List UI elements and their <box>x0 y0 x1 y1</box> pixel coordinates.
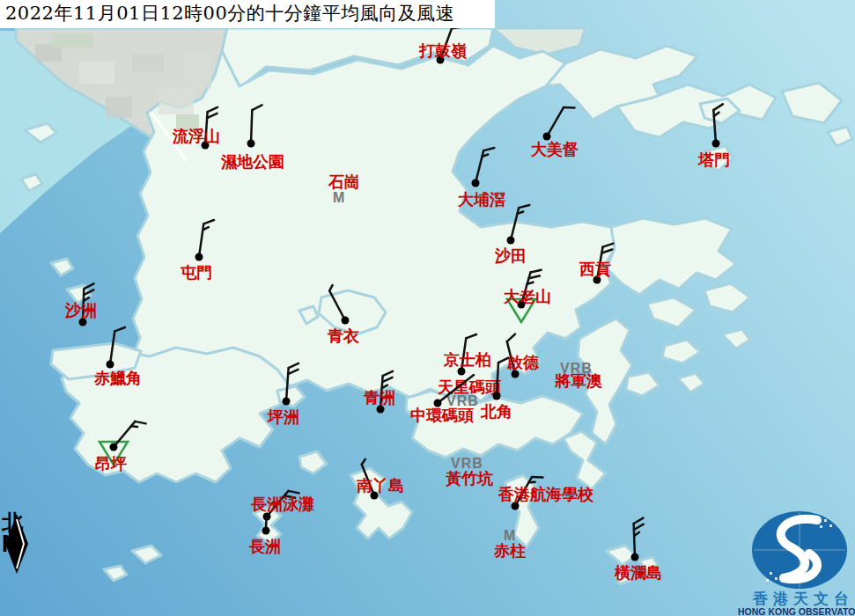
station-dot <box>631 554 639 561</box>
station-label: 香港航海學校 <box>498 485 594 503</box>
station-dot <box>472 180 480 187</box>
station-label: 長洲泳灘 <box>250 495 314 513</box>
station-label: 橫瀾島 <box>614 563 662 582</box>
station-label: 南丫島 <box>356 476 404 495</box>
station-label: 青衣 <box>327 326 359 345</box>
station-label: 赤柱 <box>493 541 527 560</box>
station-label: 濕地公園 <box>220 152 284 171</box>
station-label: 西貢 <box>579 260 611 278</box>
station-label: 黃竹坑 <box>446 469 494 488</box>
station-dot <box>493 392 501 400</box>
north-compass: 北 N <box>2 512 42 554</box>
station-label: 將軍澳 <box>554 371 602 390</box>
station-label: 塔門 <box>697 150 730 169</box>
hong-kong-map: 流浮山濕地公園打鼓嶺大美督塔門大埔滘沙田西貢大老山京士柏啟德VRB天星碼頭中環碼… <box>0 0 855 616</box>
station-dot <box>342 317 350 325</box>
station-label: 大老山 <box>503 287 551 305</box>
hko-logo-english: HONG KONG OBSERVATORY <box>738 606 855 616</box>
station-label: 北角 <box>480 402 512 421</box>
station-dot <box>195 253 203 261</box>
station-label: 大埔滘 <box>457 190 505 209</box>
map-title: 2022年11月01日12時00分的十分鐘平均風向及風速 <box>0 0 495 28</box>
station-dot <box>107 361 114 369</box>
station-dot <box>262 527 270 535</box>
station-label: 屯門 <box>181 263 212 282</box>
station-label: 昂坪 <box>95 454 127 473</box>
station-label: 石崗 <box>328 172 360 191</box>
station-label: 京士柏 <box>443 350 491 369</box>
station-label: 流浮山 <box>172 127 220 145</box>
station-label: 打鼓嶺 <box>418 41 467 60</box>
station-label: 青洲 <box>363 388 395 407</box>
hko-logo-chinese: 香港天文台 <box>752 590 854 607</box>
station-label: 沙田 <box>494 246 527 265</box>
station-label: 啟德 <box>506 353 540 371</box>
station-label: 赤鱲角 <box>93 369 142 387</box>
station-label: 大美督 <box>530 140 579 158</box>
station-label: 坪洲 <box>267 407 299 426</box>
station-dot <box>507 237 515 245</box>
station-dot <box>283 398 291 406</box>
station-marker-M: M <box>333 190 345 205</box>
station-label: 中環碼頭 <box>410 406 474 424</box>
station-label: 長洲 <box>248 537 281 555</box>
station-dot <box>247 140 255 148</box>
station-label: 沙洲 <box>64 301 97 319</box>
north-arrow-icon <box>2 512 37 576</box>
wind-map-page: 流浮山濕地公園打鼓嶺大美督塔門大埔滘沙田西貢大老山京士柏啟德VRB天星碼頭中環碼… <box>0 0 855 616</box>
station-dot <box>110 444 118 451</box>
station-dot <box>712 140 720 148</box>
station-label: 天星碼頭 <box>437 378 501 396</box>
